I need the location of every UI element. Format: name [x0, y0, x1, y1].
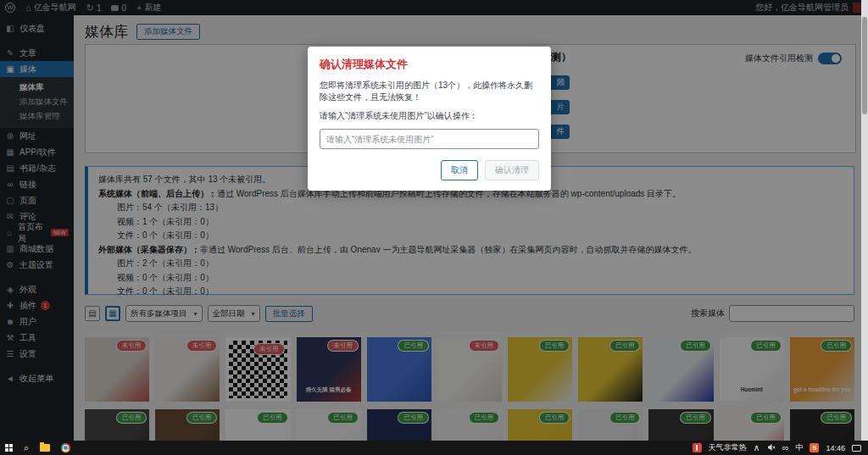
cancel-button[interactable]: 取消 [441, 160, 478, 180]
dialog-instruction-text: 请输入“清理系统未使用图片”以确认操作： [320, 110, 539, 122]
screen: W ⌂ 亿金导航网 ↻ 1 0 + 新建 您好，亿金导航网管理员 ◧仪表盘✎文章… [0, 0, 868, 455]
tray-expand-icon[interactable]: ∧ [754, 443, 760, 452]
sogou-input-icon[interactable]: S [810, 443, 819, 452]
notification-center-icon[interactable] [852, 445, 861, 452]
dialog-warning-text: 您即将清理系统未引用的图片（13个），此操作将永久删除这些文件，且无法恢复！ [320, 80, 539, 103]
windows-taskbar: ⌕ 天气非常热 ∧ ∞ 中 S 14:46 [0, 441, 868, 455]
confirm-cleanup-dialog: 确认清理媒体文件 您即将清理系统未引用的图片（13个），此操作将永久删除这些文件… [308, 47, 551, 191]
dialog-title: 确认清理媒体文件 [320, 57, 539, 72]
clock[interactable]: 14:46 [826, 444, 845, 452]
ime-indicator[interactable]: 中 [795, 442, 803, 453]
scrollbar-thumb[interactable] [862, 17, 867, 114]
page-scrollbar[interactable] [861, 0, 868, 441]
link-icon[interactable]: ∞ [782, 443, 789, 452]
volume-muted-icon[interactable] [767, 443, 776, 453]
search-icon[interactable]: ⌕ [24, 443, 29, 452]
confirm-cleanup-button[interactable]: 确认清理 [485, 160, 539, 180]
chrome-icon[interactable] [61, 443, 70, 452]
confirm-text-input[interactable] [320, 129, 539, 149]
thermometer-icon[interactable] [693, 443, 702, 452]
file-explorer-icon[interactable] [40, 444, 50, 452]
weather-text[interactable]: 天气非常热 [709, 442, 747, 453]
start-button[interactable] [5, 444, 13, 452]
